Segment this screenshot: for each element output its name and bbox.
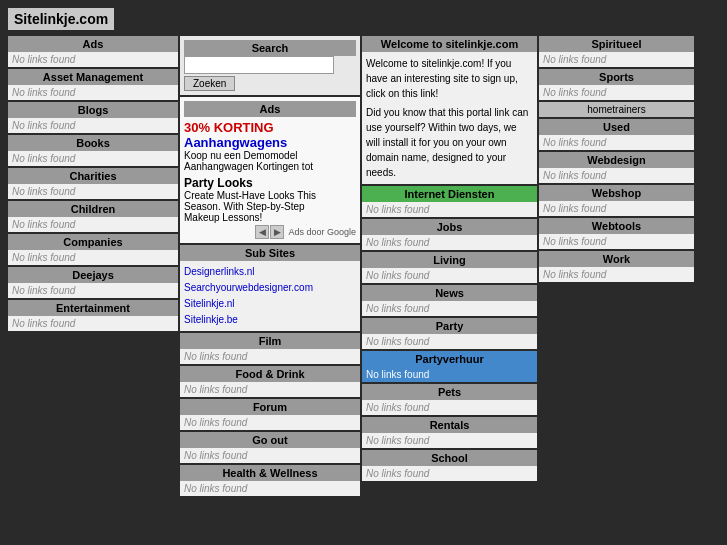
prev-arrow[interactable]: ◀ <box>255 225 269 239</box>
subsite-link-1[interactable]: Designerlinks.nl <box>184 264 356 280</box>
search-header: Search <box>184 40 356 56</box>
ad-desc1: Koop nu een Demomodel <box>184 150 297 161</box>
books-header: Books <box>8 135 178 151</box>
asset-management-header: Asset Management <box>8 69 178 85</box>
main-container: Ads No links found Asset Management No l… <box>8 36 719 496</box>
section-forum: Forum No links found <box>180 399 360 430</box>
ads-header: Ads <box>8 36 178 52</box>
section-living: Living No links found <box>362 252 537 283</box>
news-content: No links found <box>362 301 537 316</box>
used-content: No links found <box>539 135 694 150</box>
ads-block: Ads 30% KORTING Aanhangwagens Koop nu ee… <box>180 97 360 243</box>
party-header: Party <box>362 318 537 334</box>
webshop-content: No links found <box>539 201 694 216</box>
charities-content: No links found <box>8 184 178 199</box>
food-drink-content: No links found <box>180 382 360 397</box>
section-rentals: Rentals No links found <box>362 417 537 448</box>
subsite-link-3[interactable]: Sitelinkje.nl <box>184 296 356 312</box>
welcome-text-2: Did you know that this portal link can u… <box>366 105 533 180</box>
subsite-link-4[interactable]: Sitelinkje.be <box>184 312 356 328</box>
subsites-header: Sub Sites <box>180 245 360 261</box>
webtools-header: Webtools <box>539 218 694 234</box>
partyverhuur-header: Partyverhuur <box>362 351 537 367</box>
internet-diensten-header: Internet Diensten <box>362 186 537 202</box>
section-webshop: Webshop No links found <box>539 185 694 216</box>
search-box: Search Zoeken <box>180 36 360 95</box>
section-blogs: Blogs No links found <box>8 102 178 133</box>
section-deejays: Deejays No links found <box>8 267 178 298</box>
search-input[interactable] <box>184 56 334 74</box>
section-ads: Ads No links found <box>8 36 178 67</box>
rentals-content: No links found <box>362 433 537 448</box>
webshop-header: Webshop <box>539 185 694 201</box>
ads-content: No links found <box>8 52 178 67</box>
section-used: Used No links found <box>539 119 694 150</box>
subsites-content: Designerlinks.nl Searchyourwebdesigner.c… <box>180 261 360 331</box>
section-hometrainers: hometrainers <box>539 102 694 117</box>
section-work: Work No links found <box>539 251 694 282</box>
section-charities: Charities No links found <box>8 168 178 199</box>
ad-discount: 30% KORTING <box>184 120 274 135</box>
section-internet-diensten: Internet Diensten No links found <box>362 186 537 217</box>
entertainment-content: No links found <box>8 316 178 331</box>
blogs-content: No links found <box>8 118 178 133</box>
section-film: Film No links found <box>180 333 360 364</box>
deejays-content: No links found <box>8 283 178 298</box>
charities-header: Charities <box>8 168 178 184</box>
health-wellness-content: No links found <box>180 481 360 496</box>
forum-header: Forum <box>180 399 360 415</box>
books-content: No links found <box>8 151 178 166</box>
internet-diensten-content: No links found <box>362 202 537 217</box>
nav-arrows: ◀ ▶ <box>255 225 284 239</box>
column-2: Search Zoeken Ads 30% KORTING Aanhangwag… <box>180 36 360 496</box>
go-out-content: No links found <box>180 448 360 463</box>
section-sports: Sports No links found <box>539 69 694 100</box>
blogs-header: Blogs <box>8 102 178 118</box>
section-webtools: Webtools No links found <box>539 218 694 249</box>
welcome-content: Welcome to sitelinkje.com! If you have a… <box>362 52 537 184</box>
section-spiritueel: Spiritueel No links found <box>539 36 694 67</box>
section-food-drink: Food & Drink No links found <box>180 366 360 397</box>
news-header: News <box>362 285 537 301</box>
party-desc3: Makeup Lessons! <box>184 212 262 223</box>
pets-content: No links found <box>362 400 537 415</box>
section-asset-management: Asset Management No links found <box>8 69 178 100</box>
ads-footer-text: Ads door Google <box>288 227 356 237</box>
section-party: Party No links found <box>362 318 537 349</box>
section-jobs: Jobs No links found <box>362 219 537 250</box>
children-content: No links found <box>8 217 178 232</box>
section-children: Children No links found <box>8 201 178 232</box>
section-partyverhuur: Partyverhuur No links found <box>362 351 537 382</box>
rentals-header: Rentals <box>362 417 537 433</box>
asset-management-content: No links found <box>8 85 178 100</box>
subsite-link-2[interactable]: Searchyourwebdesigner.com <box>184 280 356 296</box>
living-content: No links found <box>362 268 537 283</box>
section-pets: Pets No links found <box>362 384 537 415</box>
section-books: Books No links found <box>8 135 178 166</box>
column-4: Spiritueel No links found Sports No link… <box>539 36 694 496</box>
used-header: Used <box>539 119 694 135</box>
living-header: Living <box>362 252 537 268</box>
next-arrow[interactable]: ▶ <box>270 225 284 239</box>
work-header: Work <box>539 251 694 267</box>
school-header: School <box>362 450 537 466</box>
site-title[interactable]: Sitelinkje.com <box>8 8 114 30</box>
sports-header: Sports <box>539 69 694 85</box>
entertainment-header: Entertainment <box>8 300 178 316</box>
section-go-out: Go out No links found <box>180 432 360 463</box>
jobs-content: No links found <box>362 235 537 250</box>
spiritueel-content: No links found <box>539 52 694 67</box>
party-content: No links found <box>362 334 537 349</box>
school-content: No links found <box>362 466 537 481</box>
companies-content: No links found <box>8 250 178 265</box>
section-entertainment: Entertainment No links found <box>8 300 178 331</box>
party-looks-heading: Party Looks <box>184 176 253 190</box>
work-content: No links found <box>539 267 694 282</box>
webtools-content: No links found <box>539 234 694 249</box>
spiritueel-header: Spiritueel <box>539 36 694 52</box>
search-button[interactable]: Zoeken <box>184 76 235 91</box>
subsites-section: Sub Sites Designerlinks.nl Searchyourweb… <box>180 245 360 331</box>
hometrainers-header: hometrainers <box>539 102 694 117</box>
column-1: Ads No links found Asset Management No l… <box>8 36 178 496</box>
go-out-header: Go out <box>180 432 360 448</box>
